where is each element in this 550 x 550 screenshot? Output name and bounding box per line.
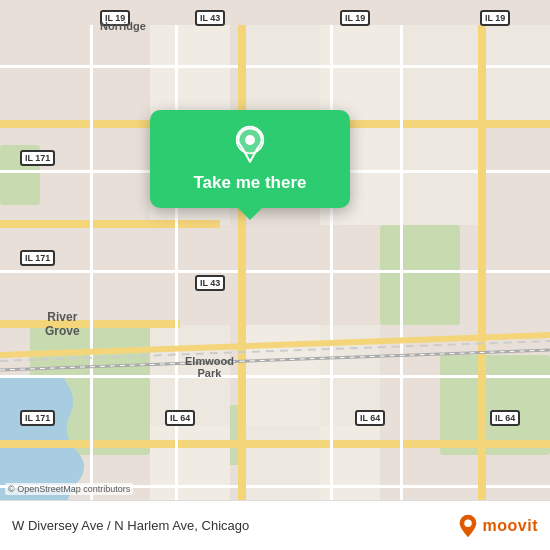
svg-rect-13 <box>400 125 480 225</box>
route-badge-il171-top: IL 171 <box>20 150 55 166</box>
svg-point-43 <box>464 519 471 526</box>
elmwood-park-label: ElmwoodPark <box>185 355 234 379</box>
svg-rect-10 <box>400 25 550 125</box>
take-me-there-button[interactable]: Take me there <box>193 173 306 193</box>
route-badge-il64-left: IL 64 <box>165 410 195 426</box>
svg-rect-25 <box>0 65 550 68</box>
svg-rect-33 <box>175 25 178 525</box>
svg-rect-30 <box>238 25 246 525</box>
svg-rect-24 <box>130 440 550 448</box>
route-badge-il43-mid: IL 43 <box>195 275 225 291</box>
svg-rect-31 <box>478 25 486 525</box>
svg-rect-2 <box>380 225 460 325</box>
moovit-brand-text: moovit <box>483 517 538 535</box>
svg-rect-35 <box>400 25 403 525</box>
map-attribution: © OpenStreetMap contributors <box>5 483 133 495</box>
route-badge-il64-mid: IL 64 <box>355 410 385 426</box>
river-grove-label: RiverGrove <box>45 310 80 338</box>
route-badge-il171-mid: IL 171 <box>20 250 55 266</box>
route-badge-il19-mid: IL 19 <box>340 10 370 26</box>
location-text: W Diversey Ave / N Harlem Ave, Chicago <box>12 518 249 533</box>
moovit-pin-icon <box>457 513 479 539</box>
route-badge-il171-bot: IL 171 <box>20 410 55 426</box>
moovit-logo: moovit <box>457 513 538 539</box>
svg-point-42 <box>246 136 254 144</box>
popup-card: Take me there <box>150 110 350 208</box>
svg-rect-32 <box>90 25 93 525</box>
bottom-bar: W Diversey Ave / N Harlem Ave, Chicago m… <box>0 500 550 550</box>
route-badge-il43-top: IL 43 <box>195 10 225 26</box>
map-container: IL 43 IL 19 IL 19 IL 19 IL 171 IL 171 IL… <box>0 0 550 550</box>
norridge-label: Norridge <box>100 20 146 32</box>
location-pin-icon <box>230 125 270 165</box>
svg-rect-28 <box>0 375 550 378</box>
svg-rect-27 <box>0 270 550 273</box>
svg-rect-21 <box>0 220 220 228</box>
route-badge-il19-right: IL 19 <box>480 10 510 26</box>
svg-rect-34 <box>330 25 333 525</box>
route-badge-il64-right: IL 64 <box>490 410 520 426</box>
